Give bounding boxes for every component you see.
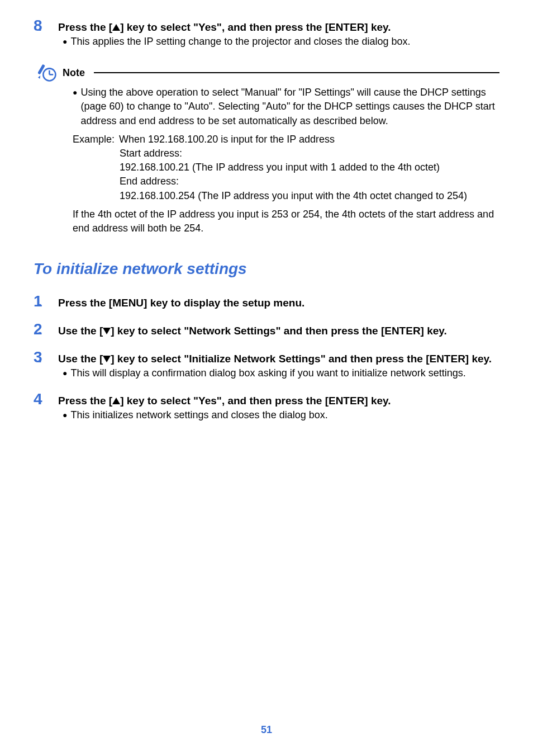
step-1: 1. Press the [MENU] key to display the s…: [34, 292, 499, 310]
step-4-body: ● This initializes network settings and …: [63, 408, 499, 422]
step-number: 2.: [34, 320, 53, 338]
step-2: 2. Use the [] key to select "Network Set…: [34, 320, 499, 338]
bullet-text: This initializes network settings and cl…: [70, 408, 499, 422]
example-line1: Example: When 192.168.100.20 is input fo…: [73, 133, 499, 147]
bullet-icon: ●: [73, 86, 77, 128]
note-pencil-icon: [38, 63, 57, 82]
up-arrow-icon: [112, 24, 120, 31]
section-title: To initialize network settings: [34, 260, 499, 278]
down-arrow-icon: [103, 328, 111, 334]
note-body: ● Using the above operation to select "M…: [73, 86, 499, 235]
bullet-text: This will display a confirmation dialog …: [70, 366, 499, 380]
step-2-title: Use the [] key to select "Network Settin…: [58, 324, 447, 338]
step-number: 3.: [34, 348, 53, 366]
end-address-value: 192.168.100.254 (The IP address you inpu…: [120, 189, 499, 203]
step-8-title: Press the [] key to select "Yes", and th…: [58, 20, 391, 35]
start-address-value: 192.168.100.21 (The IP address you input…: [120, 160, 499, 174]
page-number: 51: [0, 724, 533, 736]
step-3: 3. Use the [] key to select "Initialize …: [34, 348, 499, 380]
step-8: 8. Press the [] key to select "Yes", and…: [34, 17, 499, 49]
step-3-head: 3. Use the [] key to select "Initialize …: [34, 348, 499, 366]
note-tail: If the 4th octet of the IP address you i…: [73, 207, 499, 235]
note-block: Note ● Using the above operation to sele…: [38, 63, 499, 235]
down-arrow-icon: [103, 356, 111, 362]
step-8-body: ● This applies the IP setting change to …: [63, 35, 499, 49]
step-8-head: 8. Press the [] key to select "Yes", and…: [34, 17, 499, 35]
step-1-title: Press the [MENU] key to display the setu…: [58, 296, 304, 310]
end-address-label: End address:: [120, 174, 499, 188]
example-when: When 192.168.100.20 is input for the IP …: [119, 133, 335, 147]
example-label: Example:: [73, 133, 115, 147]
step-4-head: 4. Press the [] key to select "Yes", and…: [34, 390, 499, 408]
bullet-icon: ●: [63, 35, 67, 49]
bullet-item: ● This initializes network settings and …: [63, 408, 499, 422]
step-2-head: 2. Use the [] key to select "Network Set…: [34, 320, 499, 338]
bullet-item: ● This applies the IP setting change to …: [63, 35, 499, 49]
bullet-item: ● Using the above operation to select "M…: [73, 86, 499, 128]
bullet-icon: ●: [63, 366, 67, 380]
step-number: 4.: [34, 390, 53, 408]
svg-marker-4: [38, 75, 40, 79]
bullet-text: This applies the IP setting change to th…: [70, 35, 499, 49]
step-4: 4. Press the [] key to select "Yes", and…: [34, 390, 499, 422]
step-3-title: Use the [] key to select "Initialize Net…: [58, 352, 492, 366]
up-arrow-icon: [112, 398, 120, 404]
note-header: Note: [38, 63, 499, 82]
step-1-head: 1. Press the [MENU] key to display the s…: [34, 292, 499, 310]
note-example: Example: When 192.168.100.20 is input fo…: [73, 133, 499, 203]
step-number: 8.: [34, 17, 53, 35]
start-address-label: Start address:: [120, 147, 499, 160]
note-label: Note: [63, 67, 85, 79]
bullet-item: ● This will display a confirmation dialo…: [63, 366, 499, 380]
note-bullet-text: Using the above operation to select "Man…: [80, 86, 499, 128]
step-3-body: ● This will display a confirmation dialo…: [63, 366, 499, 380]
bullet-icon: ●: [63, 408, 67, 422]
note-rule: [94, 72, 499, 73]
step-4-title: Press the [] key to select "Yes", and th…: [58, 394, 391, 408]
steps-list: 1. Press the [MENU] key to display the s…: [34, 292, 499, 422]
step-number: 1.: [34, 292, 53, 310]
